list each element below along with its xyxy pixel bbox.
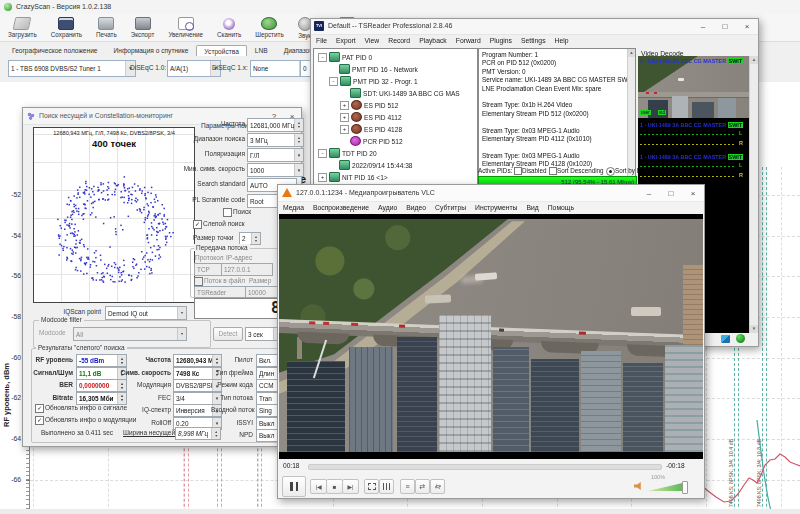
menu-воспроизведение[interactable]: Воспроизведение: [313, 204, 369, 211]
maximize-button[interactable]: □: [718, 22, 732, 31]
expand-icon[interactable]: +: [318, 173, 327, 182]
close-button[interactable]: ×: [686, 189, 700, 198]
toolbar-button-save[interactable]: Сохранить: [49, 16, 84, 39]
previous-button[interactable]: |◀: [310, 479, 327, 494]
menu-help[interactable]: Help: [555, 37, 569, 44]
spinner-icon[interactable]: ▴▾: [251, 233, 260, 244]
tree-item[interactable]: PMT PID 16 - Network: [316, 63, 477, 75]
search-checkbox[interactable]: [223, 208, 232, 217]
toolbar-button-print[interactable]: Печать: [94, 16, 119, 39]
stop-button[interactable]: ■: [326, 479, 343, 494]
seek-slider[interactable]: [308, 464, 662, 470]
tab-информация-о-спутнике[interactable]: Информация о спутнике: [106, 44, 197, 56]
volume-icon[interactable]: [634, 482, 643, 490]
menu-инструменты[interactable]: Инструменты: [475, 204, 517, 211]
chevron-down-icon[interactable]: ▾: [294, 164, 303, 176]
tree-item[interactable]: SDT: UKI-1489 3A BBC CG MAS: [316, 87, 477, 99]
playlist-button[interactable]: ≡: [400, 479, 415, 494]
modcode-select[interactable]: All▾: [73, 327, 187, 341]
carrier-width-input[interactable]: 8,998 МГц▴▾: [175, 427, 221, 440]
spinner-icon[interactable]: ▴▾: [294, 119, 303, 131]
tree-item[interactable]: 2022/09/14 15:44:38: [316, 159, 477, 171]
video-frame[interactable]: [279, 214, 703, 459]
tree-item[interactable]: PCR PID 512: [316, 135, 477, 147]
minimize-button[interactable]: –: [642, 189, 656, 198]
tree-item[interactable]: +ES PID 4128: [316, 123, 477, 135]
tree-item[interactable]: +ES PID 512: [316, 99, 477, 111]
toolbar-button-load[interactable]: Загрузить: [6, 16, 39, 39]
menu-plugins[interactable]: Plugins: [490, 37, 512, 44]
maximize-button[interactable]: □: [664, 189, 678, 198]
tuner-select[interactable]: 1 - TBS 6908 DVBS/S2 Tuner 1▼: [8, 60, 136, 77]
toolbar-button-scan[interactable]: Сканить: [215, 17, 243, 39]
volume-knob[interactable]: [682, 481, 688, 494]
scrollbar[interactable]: ▲▼: [627, 49, 635, 184]
tab-lnb[interactable]: LNB: [247, 44, 276, 56]
tsreader-titlebar[interactable]: TVI Default -- TSReader Professional 2.8…: [311, 19, 758, 35]
update-mod-checkbox[interactable]: ✓: [35, 416, 44, 425]
expand-icon[interactable]: +: [340, 113, 349, 122]
sort-by-rate-radio[interactable]: [606, 167, 615, 176]
toolbar-button-export[interactable]: Экспорт: [129, 16, 157, 39]
menu-view[interactable]: View: [365, 37, 380, 44]
menu-playback[interactable]: Playback: [419, 37, 447, 44]
update-signal-checkbox[interactable]: ✓: [35, 404, 44, 413]
stream-to-file-checkbox[interactable]: [194, 277, 203, 286]
iqscan-select[interactable]: Demod IQ out▾: [105, 306, 187, 320]
menu-export[interactable]: Export: [336, 37, 356, 44]
tree-item[interactable]: +NIT PID 16 <1>: [316, 171, 477, 183]
disabled-checkbox[interactable]: [514, 167, 522, 175]
scroll-down-icon[interactable]: ▼: [750, 325, 758, 333]
fullscreen-button[interactable]: [364, 479, 379, 494]
chevron-down-icon[interactable]: ▾: [177, 328, 186, 340]
collapse-icon[interactable]: -: [318, 53, 327, 62]
spinner-icon[interactable]: ▴▾: [211, 428, 220, 439]
vlc-titlebar[interactable]: 127.0.0.1:1234 - Медиапроигрыватель VLC …: [278, 185, 704, 202]
detect-button[interactable]: Detect: [213, 327, 243, 341]
extended-settings-button[interactable]: [379, 479, 394, 494]
tab-географическое-положение[interactable]: Географическое положение: [4, 44, 106, 56]
menu-медиа[interactable]: Медиа: [283, 204, 304, 211]
toolbar-button-crawl[interactable]: Шерстить: [253, 16, 286, 39]
collapse-icon[interactable]: -: [329, 77, 338, 86]
menu-forward[interactable]: Forward: [456, 37, 481, 44]
expand-icon[interactable]: +: [340, 101, 349, 110]
blind-search-checkbox[interactable]: ✓: [193, 220, 202, 229]
chevron-down-icon[interactable]: ▾: [294, 149, 303, 161]
next-button[interactable]: ▶|: [342, 479, 359, 494]
tree-item[interactable]: +ES PID 4112: [316, 111, 477, 123]
loop-button[interactable]: ⇄: [415, 479, 430, 494]
toolbar-button-zoom[interactable]: Увеличение: [166, 16, 205, 39]
spinner-icon[interactable]: ▴▾: [294, 134, 303, 146]
menu-субтитры[interactable]: Субтитры: [435, 204, 466, 211]
scrollbar[interactable]: ▲▼: [749, 56, 758, 333]
reader-select[interactable]: TSReader: [194, 286, 246, 298]
chevron-down-icon[interactable]: ▾: [177, 307, 186, 319]
param-input-0[interactable]: 12681,000 МГц▴▾: [247, 118, 304, 132]
param-input-2[interactable]: Г/Л▾: [247, 148, 304, 162]
menu-видео[interactable]: Видео: [406, 204, 426, 211]
ip-select[interactable]: 127.0.0.1: [221, 263, 273, 276]
collapse-icon[interactable]: -: [318, 149, 327, 158]
menu-record[interactable]: Record: [388, 37, 410, 44]
scroll-up-icon[interactable]: ▲: [750, 56, 758, 64]
sort-descending-checkbox[interactable]: [549, 167, 557, 175]
param-input-3[interactable]: 1000▾: [247, 163, 304, 177]
menu-вид[interactable]: Вид: [526, 204, 538, 211]
expand-icon[interactable]: +: [340, 125, 349, 134]
menu-file[interactable]: File: [316, 37, 327, 44]
tree-item[interactable]: -PMT PID 32 - Progr. 1: [316, 75, 477, 87]
menu-аудио[interactable]: Аудио: [378, 204, 397, 211]
minimize-button[interactable]: –: [696, 22, 710, 31]
menu-settings[interactable]: Settings: [521, 37, 546, 44]
tree-item[interactable]: -TDT PID 20: [316, 147, 477, 159]
scroll-up-icon[interactable]: ▲: [628, 49, 635, 57]
carrier-width-link[interactable]: Ширина несущей: [123, 429, 175, 436]
menu-помощь[interactable]: Помощь: [548, 204, 574, 211]
protocol-select[interactable]: TCP: [194, 263, 224, 276]
param-input-1[interactable]: 3 МГц▴▾: [247, 133, 304, 147]
shuffle-button[interactable]: ⇄: [430, 479, 445, 494]
volume-slider[interactable]: [648, 482, 686, 491]
close-button[interactable]: ×: [740, 22, 754, 31]
tree-item[interactable]: -PAT PID 0: [316, 51, 477, 63]
